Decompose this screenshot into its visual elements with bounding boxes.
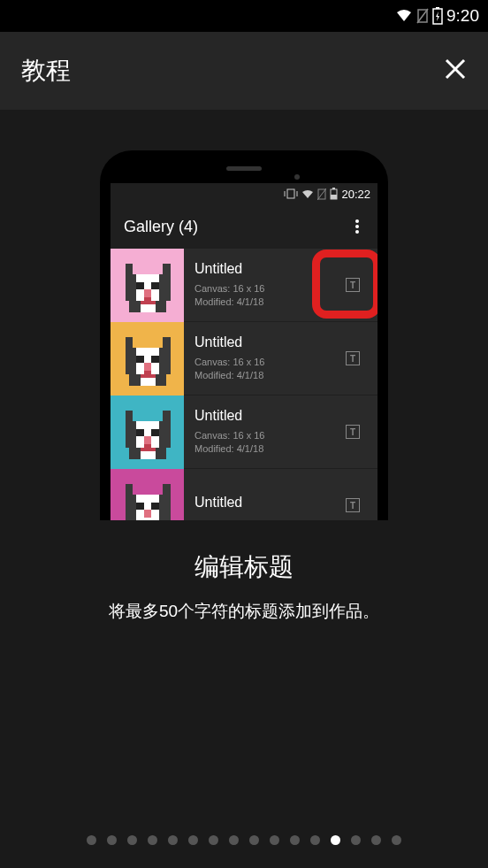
title-icon: T bbox=[346, 498, 360, 512]
pagination-dot[interactable] bbox=[290, 835, 300, 845]
item-info: Untitled Canvas: 16 x 16 Modified: 4/1/1… bbox=[184, 322, 328, 395]
svg-rect-56 bbox=[143, 510, 151, 518]
close-button[interactable] bbox=[444, 55, 467, 88]
pagination-dot[interactable] bbox=[351, 835, 361, 845]
item-info: Untitled Canvas: 16 x 16 Modified: 4/1/1… bbox=[184, 396, 328, 468]
pixel-cat-icon bbox=[118, 476, 178, 521]
inner-status-bar: 20:22 bbox=[111, 183, 377, 204]
svg-rect-51 bbox=[163, 483, 171, 495]
svg-rect-44 bbox=[143, 436, 151, 444]
svg-rect-49 bbox=[140, 448, 155, 451]
header-title: 教程 bbox=[21, 54, 71, 88]
pagination-dot[interactable] bbox=[107, 835, 117, 845]
vibrate-icon bbox=[284, 188, 298, 199]
item-canvas: Canvas: 16 x 16 bbox=[194, 356, 317, 369]
pagination-dot[interactable] bbox=[331, 835, 340, 845]
thumbnail bbox=[111, 469, 184, 520]
tutorial-header: 教程 bbox=[0, 32, 488, 110]
item-name: Untitled bbox=[194, 495, 317, 511]
pagination-dot[interactable] bbox=[249, 835, 259, 845]
svg-rect-36 bbox=[143, 370, 151, 373]
svg-rect-18 bbox=[136, 281, 144, 289]
svg-rect-14 bbox=[125, 263, 133, 274]
pixel-cat-icon bbox=[118, 256, 178, 316]
pagination-dot[interactable] bbox=[270, 835, 279, 845]
inner-wifi-icon bbox=[301, 189, 314, 199]
pagination-dot[interactable] bbox=[148, 835, 157, 845]
inner-sim-off-icon bbox=[317, 188, 326, 200]
tutorial-step-description: 将最多50个字符的标题添加到作品。 bbox=[109, 600, 379, 623]
battery-charging-icon bbox=[432, 7, 443, 25]
wifi-icon bbox=[395, 9, 413, 23]
title-icon: T bbox=[346, 278, 360, 292]
pagination-dot[interactable] bbox=[87, 835, 96, 845]
svg-rect-35 bbox=[155, 374, 166, 386]
svg-rect-20 bbox=[143, 289, 151, 297]
sim-off-icon bbox=[416, 8, 429, 24]
pixel-cat-icon bbox=[118, 329, 178, 389]
pagination-dot[interactable] bbox=[168, 835, 178, 845]
rename-button[interactable]: T bbox=[328, 469, 377, 520]
gallery-row[interactable]: Untitled Canvas: 16 x 16 Modified: 4/1/1… bbox=[111, 396, 377, 469]
pixel-cat-icon bbox=[118, 403, 178, 463]
gallery-row[interactable]: Untitled T bbox=[111, 469, 377, 520]
item-info: Untitled bbox=[184, 469, 328, 520]
inner-status-time: 20:22 bbox=[341, 188, 370, 201]
thumbnail bbox=[111, 249, 184, 322]
item-info: Untitled Canvas: 16 x 16 Modified: 4/1/1… bbox=[184, 249, 328, 321]
svg-rect-55 bbox=[151, 502, 159, 510]
item-name: Untitled bbox=[194, 261, 317, 277]
svg-rect-3 bbox=[436, 7, 439, 9]
svg-rect-15 bbox=[163, 263, 171, 274]
item-modified: Modified: 4/1/18 bbox=[194, 442, 317, 456]
svg-rect-24 bbox=[143, 296, 151, 300]
svg-rect-47 bbox=[155, 448, 166, 459]
thumbnail bbox=[111, 322, 184, 396]
pagination-dot[interactable] bbox=[127, 835, 137, 845]
pagination-dot[interactable] bbox=[392, 835, 401, 845]
svg-rect-23 bbox=[155, 301, 166, 312]
pagination-dot[interactable] bbox=[209, 835, 218, 845]
gallery-row[interactable]: Untitled Canvas: 16 x 16 Modified: 4/1/1… bbox=[111, 249, 377, 322]
device-status-bar: 9:20 bbox=[0, 0, 488, 32]
gallery-title: Gallery (4) bbox=[124, 218, 198, 236]
svg-rect-38 bbox=[125, 410, 133, 421]
svg-rect-37 bbox=[140, 374, 155, 378]
status-icons: 9:20 bbox=[395, 6, 479, 26]
close-icon bbox=[444, 58, 467, 81]
rename-button[interactable]: T bbox=[328, 396, 377, 468]
gallery-row[interactable]: Untitled Canvas: 16 x 16 Modified: 4/1/1… bbox=[111, 322, 377, 396]
svg-rect-13 bbox=[332, 188, 335, 189]
item-canvas: Canvas: 16 x 16 bbox=[194, 282, 317, 296]
pagination-dot[interactable] bbox=[371, 835, 381, 845]
phone-mockup: 20:22 Gallery (4) bbox=[100, 150, 388, 520]
item-modified: Modified: 4/1/18 bbox=[194, 296, 317, 309]
pagination-dot[interactable] bbox=[229, 835, 239, 845]
title-icon: T bbox=[346, 351, 360, 365]
rename-button[interactable]: T bbox=[328, 322, 377, 395]
rename-button[interactable]: T bbox=[328, 249, 377, 321]
svg-rect-46 bbox=[128, 448, 140, 459]
svg-rect-27 bbox=[163, 336, 171, 348]
svg-rect-12 bbox=[331, 195, 337, 199]
inner-battery-icon bbox=[330, 188, 338, 200]
svg-rect-54 bbox=[136, 502, 144, 510]
phone-screen: 20:22 Gallery (4) bbox=[111, 183, 377, 520]
item-modified: Modified: 4/1/18 bbox=[194, 369, 317, 382]
svg-rect-30 bbox=[136, 355, 144, 363]
svg-rect-50 bbox=[125, 483, 133, 495]
thumbnail bbox=[111, 396, 184, 469]
pagination-dot[interactable] bbox=[188, 835, 198, 845]
svg-rect-43 bbox=[151, 428, 159, 436]
svg-rect-34 bbox=[128, 374, 140, 386]
svg-rect-32 bbox=[143, 363, 151, 371]
tutorial-step-title: 编辑标题 bbox=[194, 550, 294, 584]
svg-rect-6 bbox=[287, 189, 294, 198]
svg-rect-26 bbox=[125, 336, 133, 348]
pagination-dot[interactable] bbox=[310, 835, 320, 845]
menu-button[interactable] bbox=[350, 214, 364, 239]
svg-rect-31 bbox=[151, 355, 159, 363]
gallery-header: Gallery (4) bbox=[111, 204, 377, 249]
status-time: 9:20 bbox=[446, 6, 479, 26]
svg-rect-42 bbox=[136, 428, 144, 436]
